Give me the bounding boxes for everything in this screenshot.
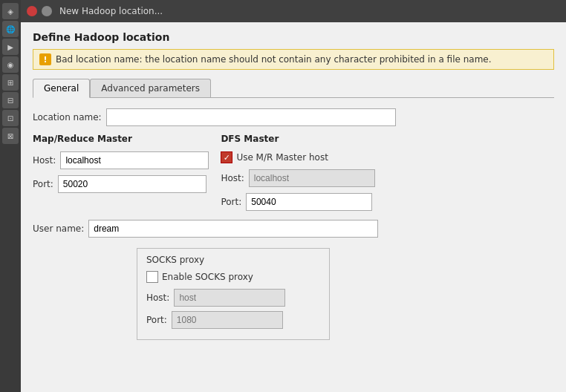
use-mr-host-checkbox[interactable]: ✓: [221, 151, 232, 163]
mr-host-label: Host:: [33, 155, 56, 166]
two-col-section: Map/Reduce Master Host: Port: DFS Master: [33, 134, 554, 211]
dfs-host-input[interactable]: [249, 169, 375, 187]
socks-proxy-section: SOCKS proxy Enable SOCKS proxy Host: Por…: [137, 248, 330, 340]
sidebar: ◈ 🌐 ▶ ◉ ⊞ ⊟ ⊡ ⊠: [0, 0, 21, 392]
map-reduce-title: Map/Reduce Master: [33, 134, 209, 144]
location-name-label: Location name:: [33, 112, 102, 122]
location-name-input[interactable]: [106, 108, 396, 126]
socks-title: SOCKS proxy: [146, 255, 320, 265]
socks-host-input[interactable]: [174, 289, 285, 307]
enable-socks-checkbox[interactable]: [146, 271, 158, 283]
dialog-heading: Define Hadoop location: [33, 31, 554, 43]
tab-general[interactable]: General: [33, 79, 90, 98]
username-label: User name:: [33, 223, 84, 234]
warning-text: Bad location name: the location name sho…: [56, 54, 492, 65]
sidebar-icon-8[interactable]: ⊠: [2, 128, 19, 144]
sidebar-icon-4[interactable]: ◉: [2, 56, 19, 73]
dfs-section: DFS Master ✓ Use M/R Master host Host: P…: [221, 134, 374, 211]
socks-host-label: Host:: [146, 293, 169, 303]
dfs-port-row: Port:: [221, 193, 374, 211]
dfs-host-label: Host:: [221, 173, 244, 183]
dfs-host-row: Host:: [221, 169, 374, 187]
map-reduce-section: Map/Reduce Master Host: Port:: [33, 134, 209, 193]
mr-host-input[interactable]: [60, 151, 209, 169]
sidebar-icon-2[interactable]: 🌐: [2, 21, 19, 37]
form-section: Location name: Map/Reduce Master Host: P…: [33, 108, 554, 340]
window-title: New Hadoop location...: [59, 6, 163, 16]
mr-port-input[interactable]: [58, 175, 206, 193]
minimize-button[interactable]: [42, 6, 52, 16]
use-mr-host-row: ✓ Use M/R Master host: [221, 151, 374, 163]
username-row: User name:: [33, 220, 554, 238]
enable-socks-row: Enable SOCKS proxy: [146, 271, 320, 283]
sidebar-icon-7[interactable]: ⊡: [2, 110, 19, 126]
socks-port-label: Port:: [146, 315, 167, 325]
sidebar-icon-5[interactable]: ⊞: [2, 74, 19, 91]
dialog-window: New Hadoop location... Define Hadoop loc…: [21, 0, 566, 392]
titlebar: New Hadoop location...: [21, 0, 566, 22]
warning-bar: ! Bad location name: the location name s…: [33, 49, 554, 70]
dfs-port-input[interactable]: [246, 193, 372, 211]
warning-icon: !: [39, 53, 51, 65]
location-name-row: Location name:: [33, 108, 554, 126]
mr-host-row: Host:: [33, 151, 209, 169]
sidebar-icon-6[interactable]: ⊟: [2, 92, 19, 108]
use-mr-host-label: Use M/R Master host: [236, 152, 328, 163]
socks-port-input[interactable]: [172, 311, 283, 329]
dfs-title: DFS Master: [221, 134, 374, 144]
mr-port-label: Port:: [33, 179, 53, 189]
sidebar-icon-3[interactable]: ▶: [2, 39, 19, 55]
checkmark-icon: ✓: [224, 154, 230, 162]
close-button[interactable]: [27, 6, 37, 16]
sidebar-icon-1[interactable]: ◈: [2, 3, 19, 19]
enable-socks-label: Enable SOCKS proxy: [162, 272, 253, 282]
tab-bar: General Advanced parameters: [33, 79, 554, 98]
dfs-port-label: Port:: [221, 197, 241, 207]
tab-advanced-parameters[interactable]: Advanced parameters: [90, 79, 211, 97]
socks-port-row: Port:: [146, 311, 320, 329]
mr-port-row: Port:: [33, 175, 209, 193]
dialog-content: Define Hadoop location ! Bad location na…: [21, 22, 566, 392]
socks-host-row: Host:: [146, 289, 320, 307]
username-input[interactable]: [88, 220, 378, 238]
